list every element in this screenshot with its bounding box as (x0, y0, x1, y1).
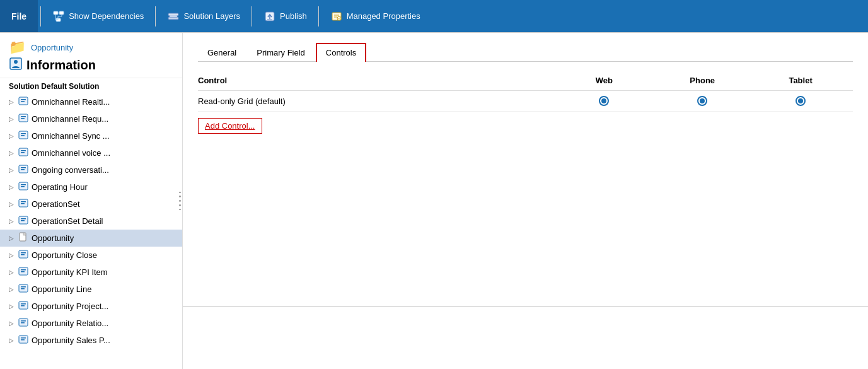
sidebar-item[interactable]: ▷ Omnichannel Realti... (0, 93, 182, 110)
solution-layers-icon (167, 10, 180, 23)
svg-rect-27 (21, 133, 26, 134)
svg-rect-33 (21, 167, 26, 168)
sidebar-item[interactable]: ▷ Omnichannel Requ... (0, 110, 182, 127)
show-dependencies-button[interactable]: Show Dependencies (43, 0, 153, 32)
show-dependencies-label: Show Dependencies (69, 11, 144, 21)
radio-dot-tablet[interactable] (796, 96, 806, 106)
entity-icon (9, 57, 23, 74)
sidebar-item[interactable]: ▷ Opportunity Sales P... (0, 332, 182, 349)
sidebar-item[interactable]: ▷ Opportunity KPI Item (0, 264, 182, 281)
folder-icon: 📁 (9, 39, 26, 56)
sidebar-header: 📁 Opportunity Information (0, 33, 182, 78)
svg-rect-24 (21, 116, 26, 117)
tablet-radio[interactable] (755, 91, 853, 112)
sidebar-item[interactable]: ▷ Operating Hour (0, 179, 182, 196)
tab-controls[interactable]: Controls (316, 43, 366, 62)
tab-primary-field[interactable]: Primary Field (247, 44, 315, 61)
toolbar-divider-3 (252, 6, 252, 26)
sidebar-item[interactable]: ▷ OperationSet Detail (0, 213, 182, 230)
arrow-icon: ▷ (9, 218, 14, 225)
svg-rect-58 (21, 320, 26, 322)
phone-radio[interactable] (656, 91, 755, 112)
item-label: Omnichannel voice ... (32, 148, 110, 158)
managed-properties-button[interactable]: Managed Properties (321, 0, 429, 32)
svg-rect-22 (21, 101, 25, 102)
svg-rect-1 (59, 11, 64, 15)
item-icon (18, 96, 29, 108)
svg-rect-61 (21, 337, 26, 339)
item-icon (18, 334, 29, 346)
svg-rect-56 (21, 305, 25, 307)
toolbar: File Show Dependencies Solu (0, 0, 868, 33)
file-button[interactable]: File (0, 0, 38, 32)
sidebar-item[interactable]: ▷ Omnichannel Sync ... (0, 127, 182, 144)
publish-label: Publish (280, 11, 307, 21)
item-label: OperationSet (32, 199, 80, 209)
svg-rect-40 (21, 203, 25, 204)
item-icon (18, 249, 29, 261)
radio-dot-phone[interactable] (697, 96, 707, 106)
solution-layers-button[interactable]: Solution Layers (158, 0, 249, 32)
item-label: Operating Hour (32, 182, 88, 192)
item-label: Opportunity Close (32, 250, 97, 260)
item-label: Omnichannel Realti... (32, 97, 110, 107)
publish-icon (263, 10, 276, 23)
arrow-icon: ▷ (9, 337, 14, 344)
sidebar-drag-handle[interactable] (177, 33, 182, 369)
item-label: Omnichannel Sync ... (32, 131, 110, 141)
toolbar-divider-1 (40, 6, 41, 26)
item-label: Opportunity KPI Item (32, 267, 108, 277)
sidebar-item[interactable]: ▷ Opportunity (0, 230, 182, 247)
sidebar-item[interactable]: ▷ Ongoing conversati... (0, 161, 182, 179)
item-label: Ongoing conversati... (32, 165, 109, 175)
col-header-web: Web (558, 72, 656, 91)
sidebar-item[interactable]: ▷ Opportunity Line (0, 281, 182, 298)
svg-point-19 (14, 60, 18, 64)
bottom-panel (183, 306, 868, 369)
publish-button[interactable]: Publish (255, 0, 316, 32)
arrow-icon: ▷ (9, 303, 14, 310)
svg-rect-30 (21, 150, 26, 151)
arrow-icon: ▷ (9, 149, 14, 156)
svg-rect-21 (21, 99, 26, 100)
item-icon (18, 164, 29, 176)
svg-rect-9 (168, 17, 178, 20)
managed-properties-icon (330, 10, 343, 23)
svg-rect-0 (54, 11, 58, 15)
content-top: GeneralPrimary FieldControls (183, 33, 868, 62)
control-name: Read-only Grid (default) (198, 91, 558, 112)
item-icon (18, 232, 29, 244)
col-header-tablet: Tablet (755, 72, 853, 91)
sidebar-item[interactable]: ▷ Omnichannel voice ... (0, 144, 182, 161)
svg-rect-31 (21, 152, 25, 153)
item-label: Opportunity Relatio... (32, 319, 108, 328)
content-area: GeneralPrimary FieldControls Control Web… (183, 33, 868, 369)
svg-rect-44 (20, 233, 26, 241)
sidebar-title: Information (26, 58, 96, 73)
item-icon (18, 181, 29, 193)
item-icon (18, 130, 29, 142)
arrow-icon: ▷ (9, 286, 14, 293)
svg-rect-37 (21, 186, 25, 187)
svg-rect-47 (21, 254, 25, 255)
item-icon (18, 300, 29, 312)
add-control-button[interactable]: Add Control... (198, 118, 262, 134)
arrow-icon: ▷ (9, 167, 14, 173)
tab-general[interactable]: General (198, 44, 246, 61)
sidebar-item[interactable]: ▷ Opportunity Relatio... (0, 315, 182, 332)
sidebar-item[interactable]: ▷ Opportunity Close (0, 247, 182, 264)
sidebar-item[interactable]: ▷ OperationSet (0, 196, 182, 213)
arrow-icon: ▷ (9, 252, 14, 259)
svg-rect-43 (21, 220, 25, 221)
arrow-icon: ▷ (9, 269, 14, 276)
item-icon (18, 113, 29, 125)
svg-rect-50 (21, 271, 25, 272)
svg-rect-39 (21, 201, 26, 202)
item-icon (18, 147, 29, 159)
svg-rect-55 (21, 303, 26, 305)
web-radio[interactable] (558, 91, 656, 112)
sidebar-item[interactable]: ▷ Opportunity Project... (0, 298, 182, 315)
main-layout: 📁 Opportunity Information Solution Defau… (0, 33, 868, 369)
arrow-icon: ▷ (9, 115, 14, 122)
radio-dot-web[interactable] (599, 96, 609, 106)
